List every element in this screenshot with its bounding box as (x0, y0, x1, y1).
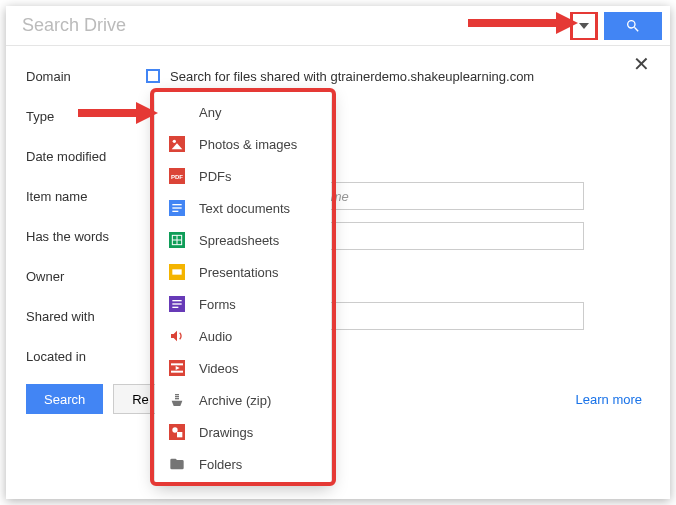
type-option-label: Audio (199, 329, 232, 344)
domain-checkbox-text: Search for files shared with gtrainerdem… (170, 69, 534, 84)
type-row: Type (26, 96, 650, 136)
search-options-dropdown-button[interactable] (573, 14, 595, 38)
type-option-label: PDFs (199, 169, 232, 184)
window: ✕ Domain Search for files shared with gt… (6, 6, 670, 499)
type-option-drawings[interactable]: Drawings (155, 416, 331, 448)
domain-row: Domain Search for files shared with gtra… (26, 56, 650, 96)
svg-point-2 (173, 140, 176, 143)
close-icon[interactable]: ✕ (633, 52, 650, 76)
doc-icon (169, 200, 185, 216)
owner-row: Owner (26, 256, 650, 296)
svg-rect-21 (171, 363, 183, 365)
type-option-label: Photos & images (199, 137, 297, 152)
shared-with-row: Shared with (26, 296, 650, 336)
svg-rect-18 (172, 303, 181, 304)
sheet-icon (169, 232, 185, 248)
advanced-search-panel: ✕ Domain Search for files shared with gt… (6, 46, 670, 428)
svg-rect-19 (172, 307, 178, 308)
has-words-label: Has the words (26, 229, 146, 244)
item-name-label: Item name (26, 189, 146, 204)
type-option-label: Archive (zip) (199, 393, 271, 408)
svg-point-28 (172, 427, 177, 432)
svg-rect-25 (175, 396, 179, 397)
pdf-icon: PDF (169, 168, 185, 184)
video-icon (169, 360, 185, 376)
type-option-presentations[interactable]: Presentations (155, 256, 331, 288)
type-option-folders[interactable]: Folders (155, 448, 331, 480)
type-option-pdfs[interactable]: PDFPDFs (155, 160, 331, 192)
located-in-label: Located in (26, 349, 146, 364)
search-button[interactable] (604, 12, 662, 40)
audio-icon (169, 328, 185, 344)
svg-marker-0 (579, 23, 589, 29)
folder-icon (169, 456, 185, 472)
svg-rect-17 (172, 300, 181, 301)
svg-rect-9 (172, 211, 178, 212)
type-option-label: Videos (199, 361, 239, 376)
date-modified-label: Date modified (26, 149, 146, 164)
search-input[interactable] (22, 15, 570, 36)
type-option-forms[interactable]: Forms (155, 288, 331, 320)
item-name-row: Item name (26, 176, 650, 216)
slide-icon (169, 264, 185, 280)
type-option-label: Text documents (199, 201, 290, 216)
search-submit-button[interactable]: Search (26, 384, 103, 414)
draw-icon (169, 424, 185, 440)
svg-rect-29 (177, 432, 182, 437)
search-bar (6, 6, 670, 46)
type-option-photos-images[interactable]: Photos & images (155, 128, 331, 160)
zip-icon (169, 392, 185, 408)
svg-rect-22 (171, 371, 183, 373)
photo-icon (169, 136, 185, 152)
type-option-label: Any (199, 105, 221, 120)
blank-icon (169, 104, 185, 120)
type-option-audio[interactable]: Audio (155, 320, 331, 352)
type-option-spreadsheets[interactable]: Spreadsheets (155, 224, 331, 256)
type-option-label: Spreadsheets (199, 233, 279, 248)
button-row: Search Re Learn more (26, 384, 650, 414)
type-label: Type (26, 109, 146, 124)
type-option-any[interactable]: Any (155, 96, 331, 128)
type-option-label: Forms (199, 297, 236, 312)
shared-with-label: Shared with (26, 309, 146, 324)
type-option-archive-zip-[interactable]: Archive (zip) (155, 384, 331, 416)
date-modified-row: Date modified (26, 136, 650, 176)
form-icon (169, 296, 185, 312)
svg-rect-24 (175, 394, 179, 395)
domain-label: Domain (26, 69, 146, 84)
type-option-label: Folders (199, 457, 242, 472)
has-words-row: Has the words (26, 216, 650, 256)
located-in-row: Located in (26, 336, 650, 376)
type-option-videos[interactable]: Videos (155, 352, 331, 384)
type-option-label: Drawings (199, 425, 253, 440)
owner-label: Owner (26, 269, 146, 284)
domain-checkbox[interactable] (146, 69, 160, 83)
highlight-dropdown-btn (570, 12, 598, 40)
type-dropdown-menu: AnyPhotos & imagesPDFPDFsText documentsS… (155, 92, 331, 484)
type-option-label: Presentations (199, 265, 279, 280)
svg-rect-15 (172, 269, 181, 274)
svg-rect-7 (172, 204, 181, 205)
type-option-text-documents[interactable]: Text documents (155, 192, 331, 224)
svg-text:PDF: PDF (171, 174, 183, 180)
svg-rect-26 (175, 398, 179, 399)
learn-more-link[interactable]: Learn more (576, 392, 642, 407)
svg-rect-8 (172, 207, 181, 208)
